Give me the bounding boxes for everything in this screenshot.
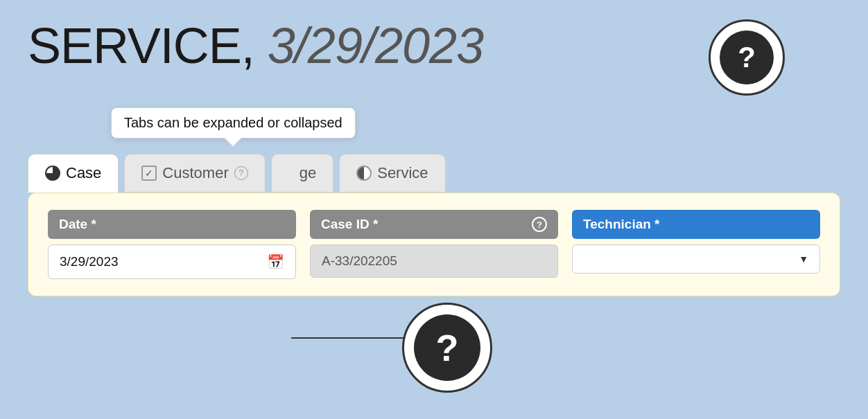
form-panel: Date * 3/29/2023 📅 Case ID * ? A-33/2022… [28,193,840,296]
tab-case[interactable]: Case [28,154,119,193]
form-field-technician: Technician * ▼ [572,210,820,279]
half-circle-icon [356,166,372,181]
tab-image[interactable]: ge [271,154,333,193]
tab-customer[interactable]: ✓ Customer ? [124,154,265,193]
date-label-text: Date * [59,217,96,232]
tooltip-bubble: Tabs can be expanded or collapsed [111,107,356,139]
case-id-help-icon[interactable]: ? [532,217,547,232]
case-id-label: Case ID * ? [310,210,558,239]
help-circle-center[interactable]: ? [402,303,492,393]
tab-image-label: ge [300,164,316,182]
technician-label: Technician * [572,210,820,239]
case-id-value: A-33/202205 [322,253,397,269]
checkbox-icon: ✓ [141,166,157,181]
customer-help-icon[interactable]: ? [234,166,248,180]
help-icon-top: ? [738,43,756,72]
help-circle-top-inner: ? [720,30,774,84]
help-circle-center-inner: ? [414,314,480,381]
technician-dropdown[interactable]: ▼ [572,244,820,274]
help-circle-top[interactable]: ? [709,19,785,96]
tab-service-label: Service [377,164,428,182]
case-id-label-text: Case ID * [321,217,378,232]
tabs-row: Case ✓ Customer ? ge Service ? [28,154,840,193]
date-label: Date * [48,210,296,239]
form-row: Date * 3/29/2023 📅 Case ID * ? A-33/2022… [48,210,820,279]
case-id-input: A-33/202205 [310,244,558,278]
form-field-date: Date * 3/29/2023 📅 [48,210,296,279]
dropdown-arrow-icon: ▼ [799,253,808,265]
arrow-connector-line [291,337,409,339]
case-pie-icon [45,166,60,181]
date-value: 3/29/2023 [60,254,119,269]
date-input[interactable]: 3/29/2023 📅 [48,244,296,279]
tab-customer-label: Customer [162,164,228,182]
page-container: SERVICE, 3/29/2023 ? Tabs can be expande… [0,0,868,419]
technician-label-text: Technician * [583,217,660,232]
service-text: SERVICE, [28,18,254,73]
tooltip-text: Tabs can be expanded or collapsed [124,115,342,130]
tab-case-label: Case [66,164,101,182]
calendar-icon[interactable]: 📅 [267,253,284,270]
date-text: 3/29/2023 [254,18,483,73]
help-icon-center: ? [436,329,459,366]
form-field-case-id: Case ID * ? A-33/202205 [310,210,558,279]
tab-service[interactable]: Service [339,154,445,193]
